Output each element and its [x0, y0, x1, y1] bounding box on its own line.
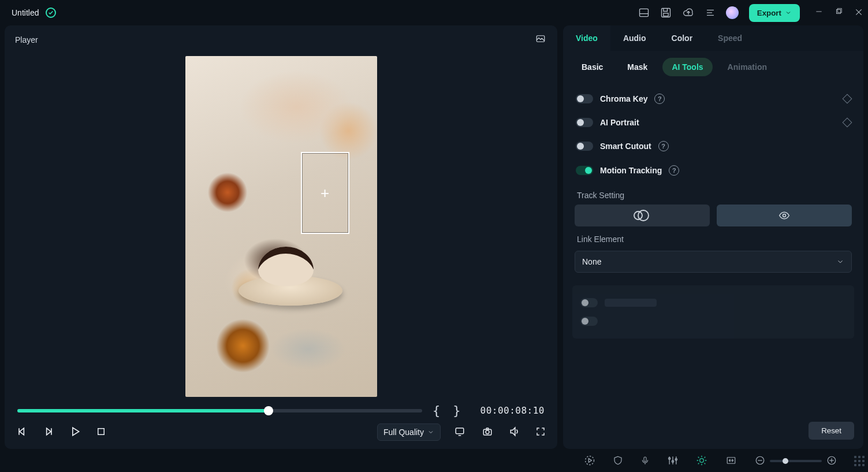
- cloud-upload-icon[interactable]: [682, 7, 695, 18]
- play-button[interactable]: [69, 426, 81, 439]
- ai-portrait-toggle[interactable]: [576, 118, 593, 127]
- link-element-value: None: [582, 257, 601, 266]
- brightness-icon[interactable]: [696, 455, 707, 468]
- fit-width-icon[interactable]: [725, 455, 737, 467]
- volume-icon[interactable]: [509, 426, 520, 439]
- smart-cutout-label: Smart Cutout: [600, 142, 651, 151]
- motion-track-frame[interactable]: +: [301, 152, 349, 234]
- help-icon[interactable]: [658, 141, 669, 151]
- motion-tracking-label: Motion Tracking: [600, 166, 662, 175]
- subtab-basic[interactable]: Basic: [572, 58, 612, 76]
- prop-subtabs: Basic Mask AI Tools Animation: [563, 51, 863, 84]
- keyframe-icon[interactable]: [843, 118, 852, 128]
- help-icon[interactable]: [669, 165, 679, 176]
- sync-saved-icon: [46, 8, 56, 18]
- reset-button[interactable]: Reset: [809, 422, 854, 440]
- preview-canvas[interactable]: +: [185, 56, 377, 397]
- snapshot-icon[interactable]: [534, 34, 547, 46]
- titlebar: Untitled Export: [0, 0, 868, 25]
- tab-color[interactable]: Color: [659, 25, 706, 51]
- track-shape-button[interactable]: [575, 205, 710, 226]
- zoom-slider[interactable]: [770, 460, 822, 462]
- motion-tracking-toggle[interactable]: [576, 166, 593, 175]
- svg-rect-18: [98, 428, 105, 434]
- svg-point-22: [486, 430, 489, 433]
- ai-portrait-label: AI Portrait: [600, 118, 639, 127]
- save-icon[interactable]: [660, 7, 672, 18]
- shield-icon[interactable]: [613, 455, 623, 468]
- tab-speed: Speed: [705, 25, 755, 51]
- next-frame-button[interactable]: [43, 426, 54, 439]
- zoom-in-button[interactable]: [826, 455, 837, 467]
- menu-lines-icon[interactable]: [705, 8, 716, 18]
- bottombar: [0, 450, 868, 472]
- export-button-label: Export: [757, 9, 781, 17]
- tab-audio[interactable]: Audio: [610, 25, 659, 51]
- smart-cutout-toggle[interactable]: [576, 142, 593, 151]
- fullscreen-icon[interactable]: [535, 426, 546, 438]
- help-icon[interactable]: [654, 94, 665, 104]
- zoom-out-button[interactable]: [755, 455, 765, 467]
- tool-ai-portrait: AI Portrait: [572, 111, 854, 134]
- player-panel: Player + { } 00:00:08:10: [5, 25, 557, 449]
- svg-rect-9: [837, 8, 841, 12]
- svg-point-36: [700, 458, 704, 462]
- window-close-button[interactable]: [854, 8, 863, 18]
- tool-motion-tracking: Motion Tracking: [572, 158, 854, 183]
- window-maximize-button[interactable]: [835, 8, 843, 18]
- chroma-key-toggle[interactable]: [576, 94, 593, 103]
- resize-grip[interactable]: [854, 456, 865, 466]
- svg-marker-28: [588, 458, 591, 462]
- audio-mixer-icon[interactable]: [667, 455, 679, 468]
- mark-out-button[interactable]: }: [450, 403, 463, 418]
- link-element-label: Link Element: [572, 226, 854, 248]
- camera-snapshot-icon[interactable]: [481, 426, 494, 438]
- quality-select[interactable]: Full Quality: [377, 423, 441, 441]
- prop-tabs: Video Audio Color Speed: [563, 25, 863, 51]
- window-minimize-button[interactable]: [815, 8, 823, 18]
- subtab-mask[interactable]: Mask: [618, 58, 657, 76]
- stop-button[interactable]: [96, 426, 106, 438]
- subtab-animation: Animation: [718, 58, 776, 76]
- playhead-slider[interactable]: [17, 409, 422, 412]
- track-setting-label: Track Setting: [572, 183, 854, 205]
- properties-panel: Video Audio Color Speed Basic Mask AI To…: [563, 25, 863, 449]
- svg-rect-3: [664, 13, 668, 16]
- disabled-options-block: [572, 285, 854, 339]
- svg-rect-8: [837, 9, 841, 13]
- tool-chroma-key: Chroma Key: [572, 87, 854, 111]
- mark-in-button[interactable]: {: [430, 403, 442, 418]
- zoom-control: [755, 455, 837, 467]
- tab-video[interactable]: Video: [563, 25, 610, 51]
- keyframe-icon[interactable]: [843, 94, 852, 104]
- player-title: Player: [15, 35, 38, 44]
- svg-rect-29: [644, 457, 646, 462]
- project-title: Untitled: [12, 8, 39, 17]
- svg-marker-23: [511, 428, 515, 435]
- svg-point-27: [586, 456, 594, 464]
- chroma-key-label: Chroma Key: [600, 94, 647, 103]
- svg-point-25: [638, 210, 649, 221]
- svg-marker-15: [47, 428, 51, 435]
- layout-icon[interactable]: [638, 7, 650, 18]
- timecode-display: 00:00:08:10: [480, 405, 545, 416]
- cast-icon[interactable]: [453, 426, 466, 438]
- svg-point-26: [783, 214, 786, 217]
- mic-icon[interactable]: [640, 455, 650, 468]
- disabled-toggle-1: [580, 298, 598, 307]
- track-visibility-button[interactable]: [717, 205, 852, 226]
- svg-marker-17: [73, 428, 79, 435]
- prev-frame-button[interactable]: [16, 426, 28, 439]
- export-button[interactable]: Export: [749, 4, 800, 22]
- quality-label: Full Quality: [383, 428, 424, 437]
- tool-smart-cutout: Smart Cutout: [572, 134, 854, 158]
- disabled-toggle-2: [580, 317, 598, 326]
- svg-rect-19: [456, 428, 464, 434]
- svg-rect-0: [639, 9, 648, 16]
- subtab-aitools[interactable]: AI Tools: [662, 58, 712, 76]
- user-avatar[interactable]: [726, 6, 739, 19]
- svg-marker-13: [20, 428, 24, 435]
- render-icon[interactable]: [584, 455, 595, 468]
- link-element-select[interactable]: None: [575, 251, 852, 273]
- plus-icon: +: [321, 185, 329, 200]
